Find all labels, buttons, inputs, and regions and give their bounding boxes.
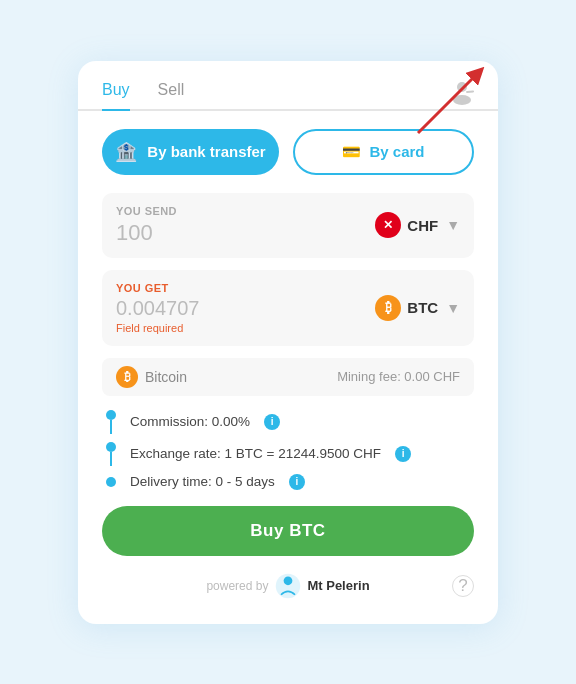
card-label: By card bbox=[369, 143, 424, 160]
bitcoin-label: ₿ Bitcoin bbox=[116, 366, 337, 388]
main-card: Buy Sell 🏦 By b bbox=[78, 61, 498, 624]
buy-button[interactable]: Buy BTC bbox=[102, 506, 474, 556]
list-item: Exchange rate: 1 BTC = 21244.9500 CHF i bbox=[102, 442, 474, 466]
dot-col-0 bbox=[102, 410, 120, 434]
brand-name: Mt Pelerin bbox=[307, 578, 369, 593]
details-list: Commission: 0.00% i Exchange rate: 1 BTC… bbox=[102, 410, 474, 490]
send-left: YOU SEND 100 bbox=[116, 205, 375, 246]
btc-badge: ₿ BTC bbox=[375, 295, 438, 321]
info-btn-2[interactable]: i bbox=[289, 474, 305, 490]
footer: powered by Mt Pelerin ? bbox=[102, 572, 474, 600]
mining-fee: Mining fee: 0.00 CHF bbox=[337, 369, 460, 384]
info-btn-0[interactable]: i bbox=[264, 414, 280, 430]
help-button[interactable]: ? bbox=[452, 575, 474, 597]
dot-col-1 bbox=[102, 442, 120, 466]
get-value[interactable]: 0.004707 bbox=[116, 297, 375, 320]
get-label: YOU GET bbox=[116, 282, 375, 294]
get-currency[interactable]: ₿ BTC ▼ bbox=[375, 282, 460, 334]
chf-badge: ✕ CHF bbox=[375, 212, 438, 238]
detail-text-0: Commission: 0.00% bbox=[130, 414, 250, 429]
bank-transfer-button[interactable]: 🏦 By bank transfer bbox=[102, 129, 279, 175]
svg-point-6 bbox=[284, 576, 293, 585]
tabs-bar: Buy Sell bbox=[78, 61, 498, 111]
bitcoin-name: Bitcoin bbox=[145, 369, 187, 385]
dot-0 bbox=[106, 410, 116, 420]
btc-icon: ₿ bbox=[375, 295, 401, 321]
tab-sell[interactable]: Sell bbox=[158, 81, 185, 111]
btc-code: BTC bbox=[407, 299, 438, 316]
arrow-indicator bbox=[378, 61, 498, 141]
vline-0 bbox=[110, 420, 112, 434]
list-item: Commission: 0.00% i bbox=[102, 410, 474, 434]
dot-2 bbox=[106, 477, 116, 487]
send-currency[interactable]: ✕ CHF ▼ bbox=[375, 205, 460, 246]
get-row: YOU GET 0.004707 Field required ₿ BTC ▼ bbox=[102, 270, 474, 346]
get-left: YOU GET 0.004707 Field required bbox=[116, 282, 375, 334]
detail-text-2: Delivery time: 0 - 5 days bbox=[130, 474, 275, 489]
chf-icon: ✕ bbox=[375, 212, 401, 238]
info-btn-1[interactable]: i bbox=[395, 446, 411, 462]
bitcoin-fee-row: ₿ Bitcoin Mining fee: 0.00 CHF bbox=[102, 358, 474, 396]
svg-line-4 bbox=[418, 73, 478, 133]
dot-1 bbox=[106, 442, 116, 452]
field-required: Field required bbox=[116, 322, 375, 334]
btc-small-icon: ₿ bbox=[116, 366, 138, 388]
main-content: 🏦 By bank transfer 💳 By card YOU SEND 10… bbox=[78, 111, 498, 600]
tab-buy[interactable]: Buy bbox=[102, 81, 130, 111]
footer-logo: Mt Pelerin bbox=[274, 572, 369, 600]
send-row: YOU SEND 100 ✕ CHF ▼ bbox=[102, 193, 474, 258]
detail-text-1: Exchange rate: 1 BTC = 21244.9500 CHF bbox=[130, 446, 381, 461]
powered-by-text: powered by bbox=[206, 579, 268, 593]
send-label: YOU SEND bbox=[116, 205, 375, 217]
dot-col-2 bbox=[102, 477, 120, 487]
list-item: Delivery time: 0 - 5 days i bbox=[102, 474, 474, 490]
bank-label: By bank transfer bbox=[147, 143, 265, 160]
bank-icon: 🏦 bbox=[115, 141, 137, 163]
details-section: Commission: 0.00% i Exchange rate: 1 BTC… bbox=[102, 410, 474, 490]
vline-1 bbox=[110, 452, 112, 466]
send-chevron[interactable]: ▼ bbox=[446, 217, 460, 233]
chf-code: CHF bbox=[407, 217, 438, 234]
get-chevron[interactable]: ▼ bbox=[446, 300, 460, 316]
card-icon: 💳 bbox=[342, 143, 361, 161]
send-value[interactable]: 100 bbox=[116, 220, 375, 246]
pelerin-logo-icon bbox=[274, 572, 302, 600]
